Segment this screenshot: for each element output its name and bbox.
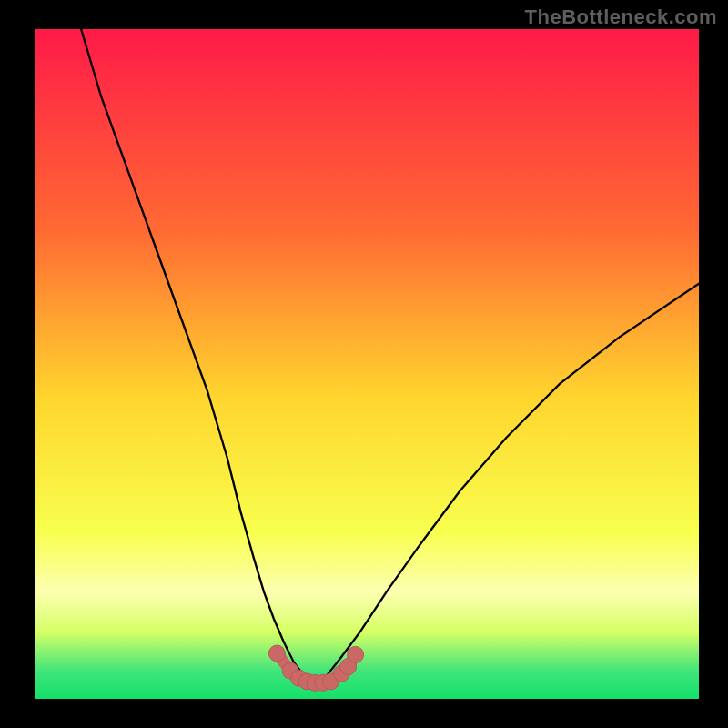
chart-frame: TheBottleneck.com (0, 0, 728, 728)
chart-svg (0, 0, 728, 728)
data-dot (268, 645, 285, 662)
watermark-text: TheBottleneck.com (525, 5, 717, 29)
plot-background (35, 29, 699, 699)
data-dot (348, 646, 364, 662)
